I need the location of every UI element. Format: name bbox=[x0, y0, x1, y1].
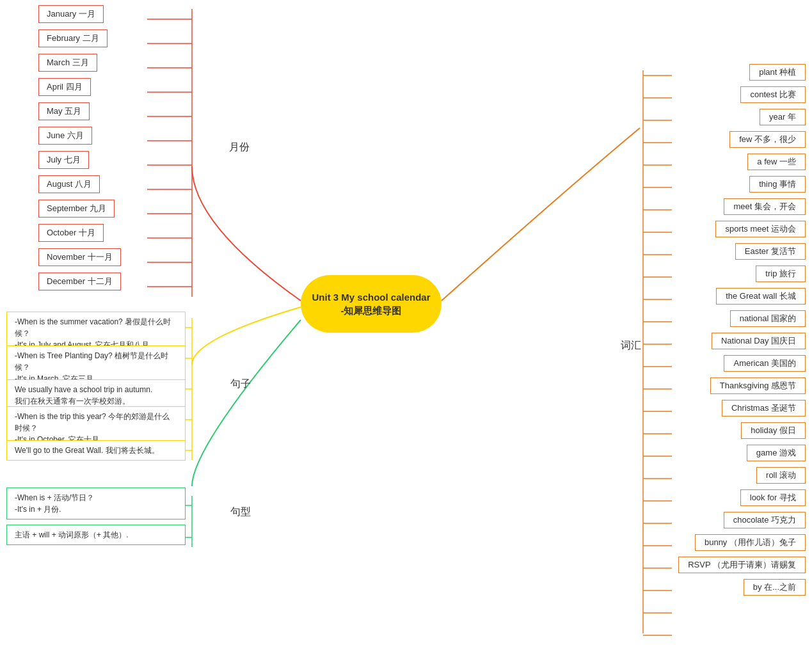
vocab-label: 词汇 bbox=[621, 339, 641, 353]
center-line2: -知犀思维导图 bbox=[312, 304, 430, 317]
vocab-19: look for 寻找 bbox=[740, 489, 806, 506]
vocab-9: trip 旅行 bbox=[756, 266, 806, 282]
vocab-4: a few 一些 bbox=[747, 154, 806, 170]
sentence-1-text: -When is the summer vacation? 暑假是什么时候？ -… bbox=[15, 317, 171, 349]
vocab-15: Christmas 圣诞节 bbox=[722, 400, 806, 416]
patterns-label: 句型 bbox=[230, 505, 251, 519]
vocab-14: Thanksgiving 感恩节 bbox=[710, 377, 806, 394]
sentences-label: 句子 bbox=[230, 377, 251, 391]
month-may: May 五月 bbox=[38, 102, 90, 120]
sentence-5: We'll go to the Great Wall. 我们将去长城。 bbox=[6, 440, 186, 461]
center-node: Unit 3 My school calendar -知犀思维导图 bbox=[301, 275, 442, 333]
vocab-2: year 年 bbox=[760, 109, 806, 125]
month-mar: March 三月 bbox=[38, 54, 97, 72]
pattern-2-text: 主语 + will + 动词原形（+ 其他）. bbox=[15, 530, 129, 539]
vocab-18: roll 滚动 bbox=[756, 467, 806, 484]
month-oct: October 十月 bbox=[38, 224, 104, 242]
mind-map: Unit 3 My school calendar -知犀思维导图 月份 Jan… bbox=[0, 0, 812, 666]
month-nov: November 十一月 bbox=[38, 248, 121, 266]
vocab-3: few 不多，很少 bbox=[729, 131, 806, 148]
vocab-21: bunny （用作儿语）兔子 bbox=[695, 534, 806, 551]
pattern-1: -When is + 活动/节日？ -It's in + 月份. bbox=[6, 488, 186, 519]
vocab-1: contest 比赛 bbox=[740, 86, 806, 103]
vocab-0: plant 种植 bbox=[749, 64, 806, 81]
month-jan: January 一月 bbox=[38, 5, 104, 23]
vocab-7: sports meet 运动会 bbox=[715, 221, 806, 237]
month-dec: December 十二月 bbox=[38, 273, 121, 290]
sentence-5-text: We'll go to the Great Wall. 我们将去长城。 bbox=[15, 446, 159, 455]
sentence-3-text: We usually have a school trip in autumn.… bbox=[15, 385, 152, 406]
sentence-4-text: -When is the trip this year? 今年的郊游是什么时候？… bbox=[15, 412, 170, 444]
month-aug: August 八月 bbox=[38, 175, 100, 193]
month-apr: April 四月 bbox=[38, 78, 91, 96]
vocab-17: game 游戏 bbox=[747, 445, 806, 461]
vocab-16: holiday 假日 bbox=[741, 422, 806, 439]
center-line1: Unit 3 My school calendar bbox=[312, 290, 430, 304]
pattern-2: 主语 + will + 动词原形（+ 其他）. bbox=[6, 525, 186, 545]
month-sep: September 九月 bbox=[38, 200, 115, 218]
month-jul: July 七月 bbox=[38, 151, 89, 169]
vocab-8: Easter 复活节 bbox=[735, 243, 806, 260]
vocab-5: thing 事情 bbox=[749, 176, 806, 193]
month-feb: February 二月 bbox=[38, 29, 107, 47]
sentence-2-text: -When is Tree Planting Day? 植树节是什么时候？ -I… bbox=[15, 351, 168, 383]
vocab-6: meet 集会，开会 bbox=[724, 198, 806, 215]
pattern-1-text: -When is + 活动/节日？ -It's in + 月份. bbox=[15, 493, 94, 514]
vocab-22: RSVP （尤用于请柬）请赐复 bbox=[678, 557, 806, 573]
vocab-11: national 国家的 bbox=[730, 310, 806, 327]
vocab-12: National Day 国庆日 bbox=[712, 333, 806, 349]
months-label: 月份 bbox=[229, 141, 250, 154]
vocab-23: by 在...之前 bbox=[744, 579, 806, 596]
vocab-10: the Great wall 长城 bbox=[716, 288, 806, 305]
month-jun: June 六月 bbox=[38, 127, 92, 145]
vocab-13: American 美国的 bbox=[724, 355, 806, 372]
vocab-20: chocolate 巧克力 bbox=[724, 512, 806, 528]
